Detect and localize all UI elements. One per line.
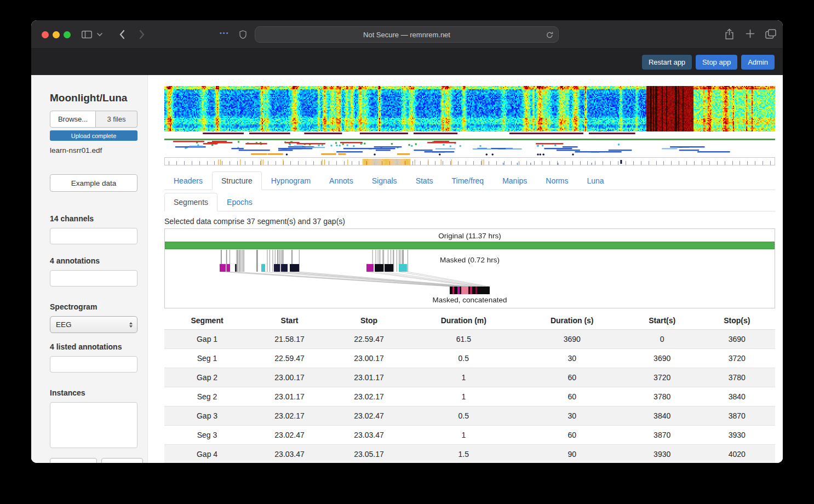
- refresh-button[interactable]: Refresh: [101, 458, 143, 463]
- url-text: Not Secure — remnrem.net: [363, 31, 450, 39]
- table-cell: Seg 2: [164, 387, 250, 406]
- sub-tab-bar: SegmentsEpochs: [164, 193, 775, 211]
- tab-time-freq[interactable]: Time/freq: [443, 171, 494, 190]
- example-data-button[interactable]: Example data: [50, 174, 137, 192]
- instances-select[interactable]: [50, 402, 137, 448]
- table-cell: 1.5: [409, 445, 519, 463]
- table-cell: 30: [519, 349, 626, 368]
- reload-icon[interactable]: [546, 31, 553, 40]
- column-header[interactable]: Start: [250, 312, 329, 330]
- tab-luna[interactable]: Luna: [578, 171, 614, 190]
- column-header[interactable]: Stop(s): [699, 312, 775, 330]
- table-cell: 23.00.17: [329, 349, 409, 368]
- table-cell: 23.02.47: [250, 426, 329, 445]
- table-cell: 3870: [699, 406, 775, 426]
- table-cell: 3720: [699, 349, 775, 368]
- stop-app-button[interactable]: Stop app: [696, 55, 737, 70]
- table-cell: 23.03.47: [250, 445, 329, 463]
- minimize-button[interactable]: [53, 31, 60, 38]
- subtab-epochs[interactable]: Epochs: [217, 193, 262, 211]
- table-cell: 60: [519, 387, 626, 406]
- column-header[interactable]: Start(s): [626, 312, 699, 330]
- tab-norms[interactable]: Norms: [536, 171, 577, 190]
- table-cell: Gap 4: [164, 445, 250, 463]
- table-header-row: SegmentStartStopDuration (m)Duration (s)…: [164, 312, 775, 330]
- annotations-label: 4 annotations: [50, 256, 145, 265]
- table-cell: 23.03.47: [329, 426, 409, 445]
- table-cell: 0.5: [409, 406, 519, 426]
- re-epoch-button[interactable]: Re-epoch: [50, 458, 97, 463]
- tab-signals[interactable]: Signals: [363, 171, 406, 190]
- table-cell: 3690: [699, 330, 775, 349]
- table-cell: Gap 1: [164, 330, 250, 349]
- column-header[interactable]: Stop: [329, 312, 409, 330]
- new-tab-icon[interactable]: [746, 29, 755, 38]
- table-cell: Gap 2: [164, 368, 250, 387]
- annotations-input[interactable]: [50, 270, 137, 287]
- tab-overview-icon[interactable]: [765, 29, 776, 39]
- share-icon[interactable]: [725, 28, 734, 40]
- table-cell: 3840: [699, 387, 775, 406]
- app-navbar: Restart app Stop app Admin: [31, 49, 783, 75]
- table-cell: 60: [519, 426, 626, 445]
- table-cell: 23.02.47: [329, 406, 409, 426]
- loaded-filename: learn-nsrr01.edf: [50, 146, 145, 154]
- forward-icon[interactable]: [139, 30, 145, 39]
- close-button[interactable]: [42, 31, 49, 38]
- table-cell: 23.02.17: [329, 387, 409, 406]
- table-row: Gap 423.03.4723.05.171.59039304020: [164, 445, 775, 463]
- tab-annots[interactable]: Annots: [320, 171, 363, 190]
- channels-input[interactable]: [50, 228, 137, 244]
- column-header[interactable]: Duration (s): [519, 312, 626, 330]
- channels-label: 14 channels: [50, 214, 145, 223]
- column-header[interactable]: Duration (m): [409, 312, 519, 330]
- select-arrows-icon: [129, 322, 133, 328]
- table-cell: Seg 3: [164, 426, 250, 445]
- table-cell: 1: [409, 426, 519, 445]
- table-cell: 3780: [699, 368, 775, 387]
- table-cell: 3780: [626, 387, 699, 406]
- main-tab-bar: HeadersStructureHypnogramAnnotsSignalsSt…: [164, 171, 775, 190]
- tab-hypnogram[interactable]: Hypnogram: [262, 171, 320, 190]
- tab-structure[interactable]: Structure: [212, 171, 262, 190]
- browse-button[interactable]: Browse...: [50, 111, 96, 128]
- listed-annotations-input[interactable]: [50, 356, 137, 373]
- table-cell: 3870: [626, 426, 699, 445]
- masked-duration-label: Masked (0.72 hrs): [165, 256, 775, 264]
- table-row: Gap 223.00.1723.01.1716037203780: [164, 368, 775, 387]
- masked-concatenated-label: Masked, concatenated: [165, 296, 775, 304]
- admin-button[interactable]: Admin: [741, 55, 775, 70]
- spectrogram-image: [164, 86, 775, 131]
- table-cell: 90: [519, 445, 626, 463]
- chevron-down-icon[interactable]: [97, 33, 102, 36]
- restart-app-button[interactable]: Restart app: [642, 55, 692, 70]
- table-cell: 23.02.17: [250, 406, 329, 426]
- tab-stats[interactable]: Stats: [406, 171, 443, 190]
- table-cell: 3690: [626, 349, 699, 368]
- tab-manips[interactable]: Manips: [493, 171, 536, 190]
- table-cell: 3690: [519, 330, 626, 349]
- table-cell: 61.5: [409, 330, 519, 349]
- spectrogram-label: Spectrogram: [50, 302, 145, 311]
- sidebar-toggle-icon[interactable]: [82, 31, 92, 38]
- shield-extension-icon[interactable]: [239, 30, 247, 39]
- timeline-ruler: [164, 157, 775, 165]
- tab-headers[interactable]: Headers: [164, 171, 212, 190]
- subtab-segments[interactable]: Segments: [164, 193, 217, 211]
- table-cell: Seg 1: [164, 349, 250, 368]
- browser-window: ••• Not Secure — remnrem.net Restart app…: [31, 20, 783, 463]
- main-content: HeadersStructureHypnogramAnnotsSignalsSt…: [148, 75, 783, 463]
- table-cell: 60: [519, 368, 626, 387]
- segments-table: SegmentStartStopDuration (m)Duration (s)…: [164, 312, 775, 463]
- extension-dots-icon[interactable]: •••: [220, 30, 230, 36]
- address-bar[interactable]: Not Secure — remnrem.net: [255, 26, 559, 43]
- instances-label: Instances: [50, 388, 145, 397]
- column-header[interactable]: Segment: [164, 312, 250, 330]
- table-cell: 23.01.17: [329, 368, 409, 387]
- table-row: Seg 122.59.4723.00.170.53036903720: [164, 349, 775, 368]
- spectrogram-channel-select[interactable]: EEG: [50, 316, 137, 333]
- back-icon[interactable]: [119, 30, 125, 39]
- zoom-button[interactable]: [64, 31, 71, 38]
- table-cell: 21.58.17: [250, 330, 329, 349]
- table-cell: 3720: [626, 368, 699, 387]
